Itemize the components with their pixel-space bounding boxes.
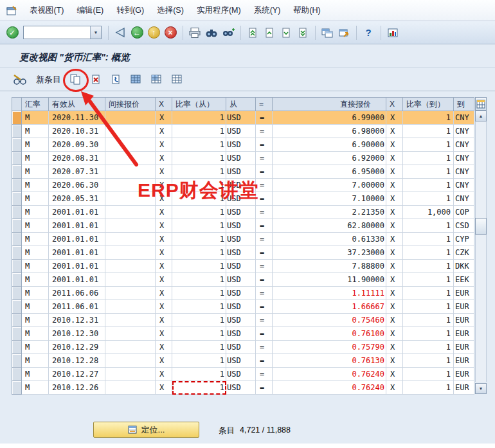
cell-to[interactable]: EUR xyxy=(454,314,474,327)
cell-eq[interactable]: = xyxy=(256,381,273,395)
cell-x2[interactable]: X xyxy=(386,273,403,287)
cell-date[interactable]: 2010.12.28 xyxy=(49,354,105,368)
cell-to[interactable]: CNY xyxy=(454,138,474,152)
row-selector[interactable] xyxy=(12,327,22,341)
cell-ratio_from[interactable]: 1 xyxy=(172,138,226,152)
cell-ratio_to[interactable]: 1 xyxy=(403,246,454,260)
deselect-all-button[interactable] xyxy=(168,71,186,87)
cell-ratio_to[interactable]: 1 xyxy=(403,192,454,206)
cell-x2[interactable]: X xyxy=(386,179,403,192)
cell-ratio_from[interactable]: 1 xyxy=(172,300,226,314)
menu-item-selection[interactable]: 选择(S) xyxy=(150,3,190,18)
cell-rate[interactable]: M xyxy=(22,273,49,287)
cell-ratio_from[interactable]: 1 xyxy=(172,152,226,165)
table-settings-button[interactable] xyxy=(475,97,487,111)
cell-x2[interactable]: X xyxy=(386,138,403,152)
cell-rate[interactable]: M xyxy=(22,354,49,368)
next-page-button[interactable] xyxy=(278,25,294,40)
cell-date[interactable]: 2001.01.01 xyxy=(49,219,105,233)
cell-x1[interactable]: X xyxy=(156,327,172,341)
back-button[interactable]: ← xyxy=(129,25,145,40)
cell-direct[interactable]: 6.92000 xyxy=(273,152,386,165)
cell-rate[interactable]: M xyxy=(22,138,49,152)
cell-rate[interactable]: M xyxy=(22,300,49,314)
cell-direct[interactable]: 1.11111 xyxy=(273,287,386,300)
cell-direct[interactable]: 0.75460 xyxy=(273,314,386,327)
cell-eq[interactable]: = xyxy=(256,287,273,300)
new-session-button[interactable] xyxy=(320,25,335,40)
cell-x1[interactable]: X xyxy=(156,138,172,152)
cell-x1[interactable]: X xyxy=(156,354,172,368)
cell-ratio_to[interactable]: 1 xyxy=(403,327,454,341)
cell-x1[interactable]: X xyxy=(156,111,172,125)
cell-rate[interactable]: M xyxy=(22,165,49,179)
header-from[interactable]: 从 xyxy=(226,98,256,111)
cell-indirect[interactable] xyxy=(105,341,156,354)
cell-date[interactable]: 2020.11.30 xyxy=(49,111,105,125)
cell-date[interactable]: 2010.12.29 xyxy=(49,341,105,354)
cell-direct[interactable]: 7.00000 xyxy=(273,179,386,192)
command-field[interactable] xyxy=(24,26,90,39)
header-ratio-to[interactable]: 比率（到） xyxy=(403,98,454,111)
cell-indirect[interactable] xyxy=(105,206,156,219)
cell-ratio_from[interactable]: 1 xyxy=(172,165,226,179)
enter-button[interactable]: ✓ xyxy=(4,25,20,40)
cell-eq[interactable]: = xyxy=(256,138,273,152)
cell-rate[interactable]: M xyxy=(22,206,49,219)
cell-x2[interactable]: X xyxy=(386,300,403,314)
cell-ratio_from[interactable]: 1 xyxy=(172,273,226,287)
menu-item-edit[interactable]: 编辑(E) xyxy=(70,3,110,18)
cell-x2[interactable]: X xyxy=(386,381,403,395)
header-ratio-from[interactable]: 比率（从） xyxy=(172,98,226,111)
cell-direct[interactable]: 0.75790 xyxy=(273,341,386,354)
cell-x1[interactable]: X xyxy=(156,381,172,395)
cell-indirect[interactable] xyxy=(105,354,156,368)
cell-x2[interactable]: X xyxy=(386,368,403,381)
cell-date[interactable]: 2020.10.31 xyxy=(49,125,105,138)
cell-ratio_from[interactable]: 1 xyxy=(172,381,226,395)
cell-from[interactable]: USD xyxy=(226,368,256,381)
cell-ratio_to[interactable]: 1 xyxy=(403,354,454,368)
cell-date[interactable]: 2001.01.01 xyxy=(49,246,105,260)
cell-from[interactable]: USD xyxy=(226,314,256,327)
cell-ratio_from[interactable]: 1 xyxy=(172,368,226,381)
cell-indirect[interactable] xyxy=(105,287,156,300)
row-selector[interactable] xyxy=(12,219,22,233)
cell-indirect[interactable] xyxy=(105,125,156,138)
cell-eq[interactable]: = xyxy=(256,368,273,381)
row-selector[interactable] xyxy=(12,111,22,125)
cell-ratio_to[interactable]: 1 xyxy=(403,152,454,165)
cell-indirect[interactable] xyxy=(105,111,156,125)
cell-eq[interactable]: = xyxy=(256,165,273,179)
cell-direct[interactable]: 37.23000 xyxy=(273,246,386,260)
customize-layout-button[interactable] xyxy=(385,25,401,40)
cell-rate[interactable]: M xyxy=(22,314,49,327)
cell-to[interactable]: EUR xyxy=(454,287,474,300)
cell-x2[interactable]: X xyxy=(386,125,403,138)
header-indirect-quote[interactable]: 间接报价 xyxy=(105,98,156,111)
cell-rate[interactable]: M xyxy=(22,219,49,233)
cell-to[interactable]: EUR xyxy=(454,381,474,395)
cell-eq[interactable]: = xyxy=(256,327,273,341)
cell-to[interactable]: DKK xyxy=(454,260,474,273)
cell-rate[interactable]: M xyxy=(22,368,49,381)
cell-from[interactable]: USD xyxy=(226,219,256,233)
undo-change-button[interactable] xyxy=(107,71,125,87)
cell-ratio_to[interactable]: 1 xyxy=(403,138,454,152)
cell-eq[interactable]: = xyxy=(256,152,273,165)
cell-x1[interactable]: X xyxy=(156,260,172,273)
cell-eq[interactable]: = xyxy=(256,273,273,287)
row-selector[interactable] xyxy=(12,368,22,381)
cell-to[interactable]: EEK xyxy=(454,273,474,287)
cell-from[interactable]: USD xyxy=(226,246,256,260)
cell-direct[interactable]: 0.76130 xyxy=(273,354,386,368)
cell-x2[interactable]: X xyxy=(386,233,403,246)
row-selector[interactable] xyxy=(12,287,22,300)
cell-direct[interactable]: 0.76240 xyxy=(273,381,386,395)
create-shortcut-button[interactable] xyxy=(336,25,352,40)
cell-from[interactable]: USD xyxy=(226,341,256,354)
cell-ratio_from[interactable]: 1 xyxy=(172,314,226,327)
cell-date[interactable]: 2001.01.01 xyxy=(49,273,105,287)
cell-direct[interactable]: 7.88800 xyxy=(273,260,386,273)
cell-eq[interactable]: = xyxy=(256,314,273,327)
